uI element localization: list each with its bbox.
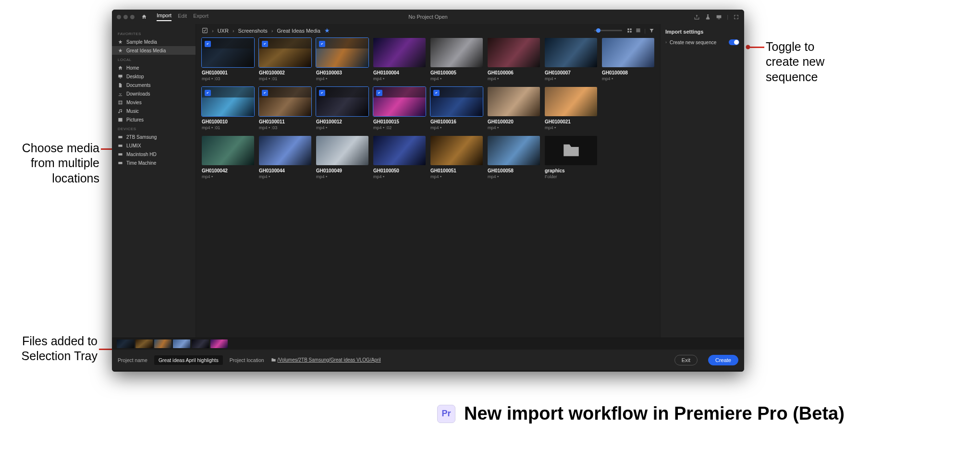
media-clip[interactable]: GH0100011 mp4 • :03: [259, 87, 311, 130]
media-clip[interactable]: GH0100003 mp4 •: [316, 38, 368, 81]
media-clip[interactable]: GH0100007 mp4 •: [545, 38, 597, 81]
clip-thumbnail[interactable]: [545, 87, 597, 116]
clip-meta: mp4 •: [316, 125, 368, 130]
clip-thumbnail[interactable]: [488, 38, 540, 67]
selection-tray[interactable]: [112, 338, 744, 350]
panel-row-create-sequence[interactable]: › Create new sequence: [665, 39, 739, 45]
crumb[interactable]: UXR: [218, 28, 229, 34]
sidebar-item[interactable]: Time Machine: [112, 158, 196, 167]
media-clip[interactable]: GH0100004 mp4 •: [373, 38, 426, 81]
create-button[interactable]: Create: [708, 355, 738, 365]
sidebar-item-label: Sample Media: [126, 39, 157, 45]
tray-thumbnail[interactable]: [154, 339, 172, 348]
media-clip[interactable]: GH0100049 mp4 •: [316, 136, 368, 179]
tab-export[interactable]: Export: [193, 13, 208, 21]
clip-thumbnail[interactable]: [259, 38, 311, 67]
checkbox-icon[interactable]: [433, 90, 440, 96]
checkbox-icon[interactable]: [262, 90, 268, 96]
clip-thumbnail[interactable]: [316, 136, 368, 165]
checkbox-icon[interactable]: [205, 90, 211, 96]
clip-thumbnail[interactable]: [430, 87, 483, 116]
media-clip[interactable]: GH0100008 mp4 •: [602, 38, 654, 81]
favorite-star-icon[interactable]: ★: [324, 27, 330, 34]
sidebar-item[interactable]: Desktop: [112, 72, 196, 81]
clip-thumbnail[interactable]: [316, 38, 368, 67]
media-clip[interactable]: GH0100021 mp4 •: [545, 87, 597, 130]
clip-thumbnail[interactable]: [430, 136, 483, 165]
media-clip[interactable]: GH0100006 mp4 •: [488, 38, 540, 81]
clip-thumbnail[interactable]: [316, 87, 368, 116]
media-clip[interactable]: GH0100005 mp4 •: [430, 38, 483, 81]
tab-edit[interactable]: Edit: [178, 13, 187, 21]
sidebar-item[interactable]: Music: [112, 107, 196, 115]
media-clip[interactable]: GH0100050 mp4 •: [373, 136, 426, 179]
tray-thumbnail[interactable]: [173, 339, 190, 348]
sidebar-item[interactable]: Pictures: [112, 115, 196, 124]
clip-thumbnail[interactable]: [202, 38, 254, 67]
clip-thumbnail[interactable]: [373, 136, 426, 165]
checkbox-icon[interactable]: [319, 90, 325, 96]
clip-thumbnail[interactable]: [545, 38, 597, 67]
media-clip[interactable]: GH0100012 mp4 •: [316, 87, 368, 130]
sidebar-item[interactable]: 2TB Samsung: [112, 133, 196, 141]
workspace-icon[interactable]: [716, 14, 722, 20]
clip-name: GH0100051: [430, 168, 483, 173]
media-clip[interactable]: GH0100001 mp4 • :03: [202, 38, 254, 81]
clip-thumbnail[interactable]: [202, 87, 254, 116]
clip-name: GH0100021: [545, 119, 597, 124]
sidebar-item[interactable]: LUMIX: [112, 141, 196, 150]
home-icon[interactable]: [141, 14, 147, 20]
grid-view-icon[interactable]: [627, 28, 632, 33]
clip-thumbnail[interactable]: [545, 136, 597, 165]
create-sequence-toggle[interactable]: [729, 39, 739, 45]
folder-item[interactable]: graphics Folder: [545, 136, 597, 179]
media-clip[interactable]: GH0100002 mp4 • :01: [259, 38, 311, 81]
media-clip[interactable]: GH0100010 mp4 • :01: [202, 87, 254, 130]
checkbox-icon[interactable]: [205, 41, 211, 47]
clip-thumbnail[interactable]: [259, 87, 311, 116]
clip-thumbnail[interactable]: [373, 38, 426, 67]
checkbox-icon[interactable]: [262, 41, 268, 47]
clip-thumbnail[interactable]: [259, 136, 311, 165]
sidebar-item[interactable]: Downloads: [112, 89, 196, 98]
share-icon[interactable]: [694, 14, 700, 20]
media-clip[interactable]: GH0100051 mp4 •: [430, 136, 483, 179]
sidebar-item[interactable]: Great Ideas Media: [112, 46, 196, 55]
clip-thumbnail[interactable]: [602, 38, 654, 67]
media-clip[interactable]: GH0100015 mp4 • :02: [373, 87, 426, 130]
tray-thumbnail[interactable]: [135, 339, 153, 348]
tab-import[interactable]: Import: [157, 12, 172, 21]
media-clip[interactable]: GH0100020 mp4 •: [488, 87, 540, 130]
sidebar-item[interactable]: Home: [112, 63, 196, 72]
clip-thumbnail[interactable]: [488, 87, 540, 116]
crumb[interactable]: Screenshots: [238, 28, 268, 34]
tray-thumbnail[interactable]: [117, 339, 134, 348]
filter-icon[interactable]: [649, 28, 654, 33]
sidebar-item[interactable]: Movies: [112, 98, 196, 107]
sidebar-item[interactable]: Documents: [112, 81, 196, 89]
tray-thumbnail[interactable]: [192, 339, 209, 348]
sidebar-item[interactable]: Macintosh HD: [112, 150, 196, 158]
project-location-link[interactable]: /Volumes/2TB Samsung/Great ideas VLOG/Ap…: [271, 357, 381, 363]
media-clip[interactable]: GH0100058 mp4 •: [488, 136, 540, 179]
media-clip[interactable]: GH0100044 mp4 •: [259, 136, 311, 179]
window-controls[interactable]: [117, 15, 135, 19]
clip-thumbnail[interactable]: [202, 136, 254, 165]
list-view-icon[interactable]: [636, 28, 641, 33]
clip-thumbnail[interactable]: [430, 38, 483, 67]
select-all-icon[interactable]: [202, 27, 208, 34]
exit-button[interactable]: Exit: [674, 355, 698, 365]
crumb[interactable]: Great Ideas Media: [277, 28, 320, 34]
media-clip[interactable]: GH0100016 mp4 •: [430, 87, 483, 130]
clip-thumbnail[interactable]: [488, 136, 540, 165]
clip-thumbnail[interactable]: [373, 87, 426, 116]
checkbox-icon[interactable]: [376, 90, 382, 96]
project-name-input[interactable]: Great ideas April highlights: [154, 355, 223, 365]
media-clip[interactable]: GH0100042 mp4 •: [202, 136, 254, 179]
fullscreen-icon[interactable]: [733, 14, 739, 20]
tray-thumbnail[interactable]: [210, 339, 228, 348]
sidebar-item[interactable]: Sample Media: [112, 37, 196, 46]
checkbox-icon[interactable]: [319, 41, 325, 47]
thumbnail-size-slider[interactable]: [594, 30, 622, 31]
beaker-icon[interactable]: [705, 14, 711, 20]
